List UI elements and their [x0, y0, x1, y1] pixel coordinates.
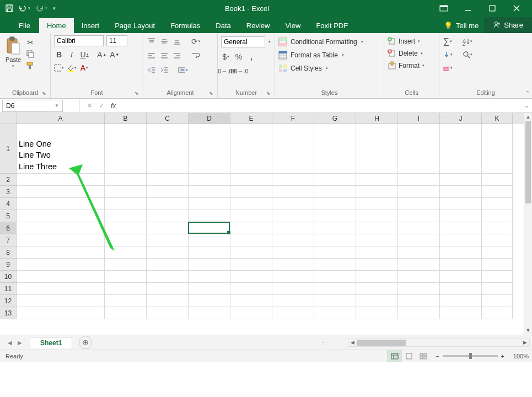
cell-E12[interactable] [230, 295, 272, 307]
cell-H6[interactable] [356, 222, 398, 234]
autosum-button[interactable]: ∑▾ [443, 36, 453, 46]
cell-F6[interactable] [272, 222, 314, 234]
horizontal-scroll-thumb[interactable] [357, 340, 406, 346]
cell-C4[interactable] [147, 198, 189, 210]
cell-H2[interactable] [356, 174, 398, 186]
cell-A10[interactable] [17, 271, 105, 283]
cell-G1[interactable] [314, 124, 356, 174]
tab-data[interactable]: Data [208, 18, 238, 33]
cell-grid[interactable]: Line One Line Two Line Three [17, 124, 524, 335]
row-header-7[interactable]: 7 [0, 234, 17, 246]
cell-D7[interactable] [189, 234, 230, 246]
undo-button[interactable]: ▾ [19, 4, 30, 12]
cell-J3[interactable] [440, 186, 482, 198]
cell-J2[interactable] [440, 174, 482, 186]
cell-E4[interactable] [230, 198, 272, 210]
cell-H13[interactable] [356, 307, 398, 319]
align-top-icon[interactable] [147, 36, 157, 46]
cell-H10[interactable] [356, 271, 398, 283]
cell-I6[interactable] [398, 222, 440, 234]
row-header-6[interactable]: 6 [0, 222, 17, 234]
cell-I12[interactable] [398, 295, 440, 307]
name-box[interactable]: D6 ▼ [2, 100, 63, 112]
cell-E5[interactable] [230, 210, 272, 222]
cell-B8[interactable] [105, 246, 147, 259]
tell-me-search[interactable]: 💡 Tell me [438, 18, 484, 33]
cell-A13[interactable] [17, 307, 105, 319]
cell-B3[interactable] [105, 186, 147, 198]
align-left-icon[interactable] [147, 51, 157, 61]
cell-A7[interactable] [17, 234, 105, 246]
delete-cells-button[interactable]: Delete▾ [388, 49, 436, 58]
cell-D9[interactable] [189, 259, 230, 271]
cell-J1[interactable] [440, 124, 482, 174]
cell-D8[interactable] [189, 246, 230, 259]
cell-J5[interactable] [440, 210, 482, 222]
page-layout-view-button[interactable] [401, 350, 416, 362]
tab-formulas[interactable]: Formulas [163, 18, 208, 33]
underline-button[interactable]: U▾ [79, 50, 89, 60]
cell-B9[interactable] [105, 259, 147, 271]
cell-E2[interactable] [230, 174, 272, 186]
cell-D1[interactable] [189, 124, 230, 174]
align-center-icon[interactable] [159, 51, 169, 61]
cell-B12[interactable] [105, 295, 147, 307]
name-box-caret-icon[interactable]: ▼ [55, 103, 59, 108]
cell-D11[interactable] [189, 283, 230, 295]
cell-E8[interactable] [230, 246, 272, 259]
cell-J12[interactable] [440, 295, 482, 307]
cell-C1[interactable] [147, 124, 189, 174]
cell-H1[interactable] [356, 124, 398, 174]
cell-G5[interactable] [314, 210, 356, 222]
cell-G4[interactable] [314, 198, 356, 210]
save-icon[interactable] [6, 4, 13, 12]
cell-G6[interactable] [314, 222, 356, 234]
cell-F9[interactable] [272, 259, 314, 271]
cell-J6[interactable] [440, 222, 482, 234]
orientation-icon[interactable]: ⟳▾ [191, 36, 201, 46]
cell-B10[interactable] [105, 271, 147, 283]
cell-B6[interactable] [105, 222, 147, 234]
tab-insert[interactable]: Insert [74, 18, 108, 33]
cell-I4[interactable] [398, 198, 440, 210]
cell-G7[interactable] [314, 234, 356, 246]
cell-E1[interactable] [230, 124, 272, 174]
font-color-button[interactable]: A▾ [79, 63, 89, 73]
cell-K10[interactable] [482, 271, 513, 283]
format-cells-button[interactable]: Format▾ [388, 61, 436, 71]
vertical-scroll-thumb[interactable] [525, 121, 531, 203]
cell-D10[interactable] [189, 271, 230, 283]
row-header-11[interactable]: 11 [0, 283, 17, 295]
fill-button[interactable]: ▾ [443, 50, 453, 60]
cell-F5[interactable] [272, 210, 314, 222]
cell-K6[interactable] [482, 222, 513, 234]
horizontal-scrollbar[interactable]: ◀ ▶ [348, 339, 530, 347]
cell-I7[interactable] [398, 234, 440, 246]
cell-G13[interactable] [314, 307, 356, 319]
cell-B1[interactable] [105, 124, 147, 174]
formula-input[interactable] [119, 100, 524, 112]
cell-D3[interactable] [189, 186, 230, 198]
cell-C10[interactable] [147, 271, 189, 283]
select-all-corner[interactable] [0, 113, 17, 124]
cell-E9[interactable] [230, 259, 272, 271]
cell-K3[interactable] [482, 186, 513, 198]
cell-K12[interactable] [482, 295, 513, 307]
cell-K7[interactable] [482, 234, 513, 246]
italic-button[interactable]: I [67, 50, 77, 60]
cell-I10[interactable] [398, 271, 440, 283]
cell-C9[interactable] [147, 259, 189, 271]
cell-C11[interactable] [147, 283, 189, 295]
cell-C2[interactable] [147, 174, 189, 186]
cell-K5[interactable] [482, 210, 513, 222]
decrease-font-icon[interactable]: A▼ [110, 50, 120, 60]
zoom-in-button[interactable]: + [501, 353, 504, 360]
cell-A12[interactable] [17, 295, 105, 307]
cell-I9[interactable] [398, 259, 440, 271]
cell-E7[interactable] [230, 234, 272, 246]
cell-styles-button[interactable]: Cell Styles▾ [278, 63, 380, 74]
copy-icon[interactable] [25, 49, 35, 59]
row-header-2[interactable]: 2 [0, 174, 17, 186]
cell-E10[interactable] [230, 271, 272, 283]
cell-G12[interactable] [314, 295, 356, 307]
